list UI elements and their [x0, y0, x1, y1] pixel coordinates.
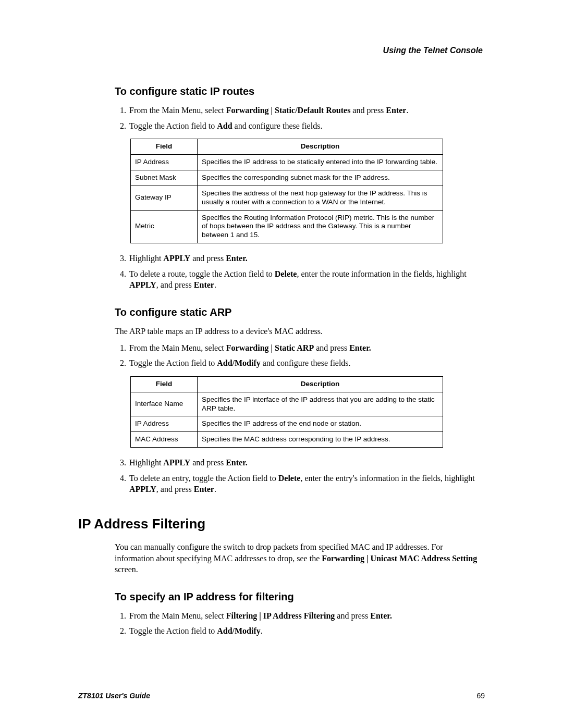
- text-bold: Forwarding | Static/Default Routes: [226, 106, 351, 115]
- text: and press: [190, 458, 226, 467]
- table-row: Interface NameSpecifies the IP interface…: [131, 392, 443, 416]
- list-item: Toggle the Action field to Add/Modify.: [128, 625, 483, 637]
- list-static-arp-post: Highlight APPLY and press Enter. To dele…: [115, 457, 483, 495]
- text-bold: APPLY: [129, 280, 156, 289]
- text: screen.: [115, 565, 138, 574]
- intro-static-arp: The ARP table maps an IP address to a de…: [115, 326, 483, 337]
- text: From the Main Menu, select: [129, 611, 226, 620]
- text-bold: Enter: [194, 485, 214, 493]
- text: and configure these fields.: [261, 359, 351, 367]
- text: .: [214, 485, 216, 493]
- text-bold: Filtering | IP Address Filtering: [226, 611, 335, 620]
- cell-desc: Specifies the MAC address corresponding …: [198, 432, 443, 448]
- list-static-ip-routes-post: Highlight APPLY and press Enter. To dele…: [115, 253, 483, 291]
- text: , and press: [156, 280, 194, 289]
- cell-field: Metric: [131, 210, 198, 243]
- text: Toggle the Action field to: [129, 626, 217, 635]
- text: To delete an entry, toggle the Action fi…: [129, 474, 278, 483]
- table-header-field: Field: [131, 139, 198, 155]
- intro-ip-address-filtering: You can manually configure the switch to…: [115, 541, 483, 575]
- list-item: From the Main Menu, select Filtering | I…: [128, 610, 483, 622]
- cell-field: IP Address: [131, 155, 198, 170]
- text-bold: Delete: [275, 269, 297, 278]
- heading-specify-ip-filter: To specify an IP address for filtering: [115, 591, 485, 603]
- text: and press: [350, 106, 386, 115]
- text: , enter the entry's information in the f…: [300, 474, 474, 483]
- page-footer: ZT8101 User's Guide 69: [78, 692, 485, 700]
- cell-field: IP Address: [131, 416, 198, 432]
- text: , and press: [156, 485, 194, 493]
- cell-field: Gateway IP: [131, 186, 198, 210]
- text: and press: [335, 611, 370, 620]
- footer-guide-name: ZT8101 User's Guide: [78, 692, 150, 700]
- cell-desc: Specifies the address of the next hop ga…: [198, 186, 443, 210]
- table-static-arp: Field Description Interface NameSpecifie…: [130, 376, 443, 448]
- list-item: Highlight APPLY and press Enter.: [128, 457, 483, 468]
- text-bold: Enter.: [349, 343, 371, 352]
- table-row: MetricSpecifies the Routing Information …: [131, 210, 443, 243]
- text-bold: Enter: [194, 280, 214, 289]
- heading-static-arp: To configure static ARP: [115, 306, 485, 318]
- text: From the Main Menu, select: [129, 343, 226, 352]
- text-bold: Enter.: [226, 254, 248, 263]
- text: Highlight: [129, 254, 163, 263]
- list-item: Toggle the Action field to Add/Modify an…: [128, 357, 483, 369]
- cell-desc: Specifies the Routing Information Protoc…: [198, 210, 443, 243]
- text: and press: [190, 254, 226, 263]
- table-row: IP AddressSpecifies the IP address of th…: [131, 416, 443, 432]
- heading-static-ip-routes: To configure static IP routes: [115, 85, 485, 97]
- text: From the Main Menu, select: [129, 106, 226, 115]
- text-bold: Enter.: [226, 458, 248, 467]
- list-item: Highlight APPLY and press Enter.: [128, 253, 483, 264]
- cell-desc: Specifies the corresponding subnet mask …: [198, 170, 443, 186]
- text-bold: APPLY: [129, 485, 156, 493]
- table-static-ip-routes: Field Description IP AddressSpecifies th…: [130, 139, 443, 243]
- text-bold: Forwarding | Unicast MAC Address Setting: [322, 554, 477, 563]
- text-bold: Enter: [386, 106, 406, 115]
- text-bold: Add/Modify: [217, 626, 261, 635]
- list-item: Toggle the Action field to Add and confi…: [128, 120, 483, 132]
- cell-desc: Specifies the IP address of the end node…: [198, 416, 443, 432]
- table-header-row: Field Description: [131, 139, 443, 155]
- table-row: Gateway IPSpecifies the address of the n…: [131, 186, 443, 210]
- text-bold: Delete: [278, 474, 301, 483]
- list-item: From the Main Menu, select Forwarding | …: [128, 342, 483, 354]
- text: .: [406, 106, 408, 115]
- footer-page-number: 69: [476, 692, 485, 700]
- list-static-ip-routes-pre: From the Main Menu, select Forwarding | …: [115, 105, 483, 131]
- page-header-title: Using the Telnet Console: [78, 46, 485, 55]
- list-item: To delete an entry, toggle the Action fi…: [128, 473, 483, 495]
- text: .: [261, 626, 263, 635]
- table-row: Subnet MaskSpecifies the corresponding s…: [131, 170, 443, 186]
- table-header-desc: Description: [198, 139, 443, 155]
- table-header-field: Field: [131, 376, 198, 392]
- table-row: IP AddressSpecifies the IP address to be…: [131, 155, 443, 170]
- text: Highlight: [129, 458, 163, 467]
- cell-field: MAC Address: [131, 432, 198, 448]
- text-bold: Add/Modify: [217, 359, 261, 367]
- text: and press: [314, 343, 349, 352]
- cell-field: Subnet Mask: [131, 170, 198, 186]
- text: To delete a route, toggle the Action fie…: [129, 269, 275, 278]
- table-header-row: Field Description: [131, 376, 443, 392]
- cell-desc: Specifies the IP interface of the IP add…: [198, 392, 443, 416]
- text-bold: APPLY: [163, 458, 190, 467]
- text-bold: APPLY: [163, 254, 190, 263]
- text-bold: Enter.: [370, 611, 392, 620]
- table-row: MAC AddressSpecifies the MAC address cor…: [131, 432, 443, 448]
- text: .: [214, 280, 216, 289]
- text: and configure these fields.: [232, 121, 323, 130]
- text: Toggle the Action field to: [129, 359, 217, 367]
- text: Toggle the Action field to: [129, 121, 217, 130]
- list-item: To delete a route, toggle the Action fie…: [128, 268, 483, 291]
- text-bold: Add: [217, 121, 232, 130]
- text: , enter the route information in the fie…: [297, 269, 466, 278]
- cell-desc: Specifies the IP address to be staticall…: [198, 155, 443, 170]
- list-static-arp-pre: From the Main Menu, select Forwarding | …: [115, 342, 483, 369]
- list-item: From the Main Menu, select Forwarding | …: [128, 105, 483, 116]
- cell-field: Interface Name: [131, 392, 198, 416]
- heading-ip-address-filtering: IP Address Filtering: [78, 516, 485, 532]
- list-specify-ip-filter: From the Main Menu, select Filtering | I…: [115, 610, 483, 637]
- text-bold: Forwarding | Static ARP: [226, 343, 314, 352]
- table-header-desc: Description: [198, 376, 443, 392]
